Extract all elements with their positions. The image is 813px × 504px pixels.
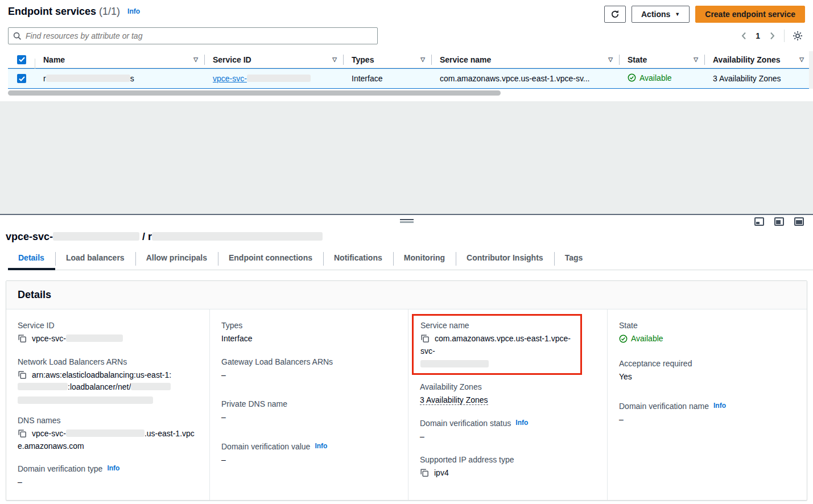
availability-zones-popover-link[interactable]: 3 Availability Zones [713, 74, 781, 83]
tab-allow-principals[interactable]: Allow principals [135, 252, 218, 270]
field-private-dns-name: Private DNS name – [221, 399, 397, 424]
filter-icon[interactable]: ▽ [332, 56, 337, 63]
select-all-checkbox[interactable] [17, 55, 26, 64]
search-box[interactable] [8, 27, 378, 44]
field-value: – [221, 411, 397, 424]
panel-tabs: Details Load balancers Allow principals … [8, 252, 813, 270]
copy-icon[interactable] [18, 429, 27, 438]
tab-details[interactable]: Details [8, 252, 55, 270]
panel-size-large-icon[interactable] [794, 217, 804, 226]
details-column-4: State Available Acceptance required [607, 309, 807, 500]
column-header-service-id[interactable]: Service ID ▽ [205, 51, 344, 68]
tab-load-balancers[interactable]: Load balancers [55, 252, 135, 270]
panel-size-medium-icon[interactable] [774, 217, 784, 226]
tab-notifications[interactable]: Notifications [323, 252, 393, 270]
horizontal-scrollbar-thumb[interactable] [8, 90, 501, 96]
column-header-service-name[interactable]: Service name ▽ [432, 51, 620, 68]
state-text: Available [631, 333, 663, 345]
details-card-body: Service ID vpce-svc- Network Load Balanc… [6, 309, 807, 500]
row-select-cell [8, 74, 35, 83]
preferences-gear-button[interactable] [790, 28, 805, 43]
resource-count: (1/1) [99, 6, 120, 17]
copy-icon[interactable] [18, 334, 27, 343]
actions-button-label: Actions [641, 10, 670, 19]
value-text: com.amazonaws.vpce.us-east-1.vpce-svc- [420, 334, 571, 356]
endpoint-services-table: Name ▽ Service ID ▽ Types ▽ Service name… [8, 51, 805, 96]
service-name-highlight-box: Service name com.amazonaws.vpce.us-east-… [412, 314, 582, 375]
next-page-button[interactable] [766, 30, 778, 42]
filter-icon[interactable]: ▽ [193, 56, 198, 63]
select-all-cell [8, 55, 35, 64]
field-label: Private DNS name [221, 399, 397, 408]
gear-icon [793, 31, 803, 41]
filter-icon[interactable]: ▽ [608, 56, 613, 63]
cell-availability-zones: 3 Availability Zones [705, 74, 811, 83]
check-circle-icon [619, 334, 628, 343]
field-dns-names: DNS names vpce-svc-.us-east-1.vpce.amazo… [18, 416, 198, 452]
previous-page-button[interactable] [737, 30, 750, 42]
refresh-icon [610, 10, 620, 19]
page-title: Endpoint services (1/1) Info [8, 6, 140, 18]
service-id-link[interactable]: vpce-svc- [213, 74, 311, 83]
row-checkbox[interactable] [17, 74, 26, 83]
filter-icon[interactable]: ▽ [694, 56, 698, 63]
tab-monitoring[interactable]: Monitoring [393, 252, 456, 270]
table-row[interactable]: rs vpce-svc- Interface com.amazonaws.vpc… [8, 68, 813, 89]
column-header-label: Name [43, 55, 65, 64]
copy-icon[interactable] [420, 468, 429, 477]
value-text: ipv4 [434, 468, 449, 477]
list-header-row: Endpoint services (1/1) Info Actions ▼ C… [8, 6, 805, 23]
info-link[interactable]: Info [315, 442, 327, 450]
field-value: ipv4 [420, 467, 596, 480]
field-domain-verification-value: Domain verification valueInfo – [221, 442, 397, 466]
tab-contributor-insights[interactable]: Contributor Insights [456, 252, 554, 270]
info-link[interactable]: Info [515, 419, 528, 427]
panel-size-small-icon[interactable] [754, 217, 764, 226]
field-label: Domain verification statusInfo [420, 419, 596, 428]
column-header-label: Service name [440, 55, 491, 64]
redacted-text [18, 396, 153, 404]
field-nlb-arns: Network Load Balancers ARNs arn:aws:elas… [18, 357, 198, 404]
field-label: Types [221, 321, 397, 330]
column-header-name[interactable]: Name ▽ [35, 51, 205, 68]
title-info-link[interactable]: Info [127, 7, 140, 15]
field-label: Domain verification typeInfo [18, 464, 198, 473]
create-endpoint-service-button[interactable]: Create endpoint service [695, 6, 805, 23]
service-name-text: com.amazonaws.vpce.us-east-1.vpce-sv... [440, 74, 590, 83]
cell-state: Available [620, 73, 705, 84]
info-link[interactable]: Info [107, 464, 119, 472]
field-domain-verification-type: Domain verification typeInfo – [18, 464, 198, 489]
info-link[interactable]: Info [713, 402, 726, 410]
filter-icon[interactable]: ▽ [799, 56, 804, 63]
column-header-types[interactable]: Types ▽ [344, 51, 432, 68]
details-column-1: Service ID vpce-svc- Network Load Balanc… [6, 309, 209, 500]
search-input[interactable] [26, 31, 373, 40]
column-header-state[interactable]: State ▽ [620, 51, 705, 68]
redacted-text [53, 232, 139, 241]
service-id-text: vpce-svc- [213, 74, 247, 83]
field-value: vpce-svc- [18, 333, 198, 345]
tab-endpoint-connections[interactable]: Endpoint connections [218, 252, 323, 270]
availability-zones-popover-link[interactable]: 3 Availability Zones [420, 395, 488, 405]
actions-button[interactable]: Actions ▼ [632, 6, 690, 23]
panel-drag-handle[interactable] [400, 219, 414, 223]
column-header-availability-zones[interactable]: Availability Zones ▽ [705, 51, 811, 68]
details-column-3: Service name com.amazonaws.vpce.us-east-… [408, 309, 607, 500]
table-header-row: Name ▽ Service ID ▽ Types ▽ Service name… [8, 51, 813, 68]
column-header-label: State [628, 55, 647, 64]
vertical-scrollbar[interactable] [809, 51, 813, 89]
field-value: Available [619, 333, 795, 347]
copy-icon[interactable] [420, 334, 430, 343]
value-text: arn:aws:elasticloadbalancing:us-east-1: [32, 370, 171, 379]
cell-types: Interface [344, 74, 432, 83]
field-supported-ip-address-type: Supported IP address type ipv4 [420, 455, 596, 480]
horizontal-scrollbar[interactable] [8, 90, 805, 96]
copy-icon[interactable] [18, 370, 27, 379]
refresh-button[interactable] [604, 6, 626, 23]
tab-tags[interactable]: Tags [554, 252, 594, 270]
filter-icon[interactable]: ▽ [420, 56, 425, 63]
field-acceptance-required: Acceptance required Yes [619, 359, 795, 383]
pagination: 1 [737, 28, 805, 43]
current-page-number[interactable]: 1 [756, 31, 760, 40]
panel-size-controls [754, 217, 804, 226]
